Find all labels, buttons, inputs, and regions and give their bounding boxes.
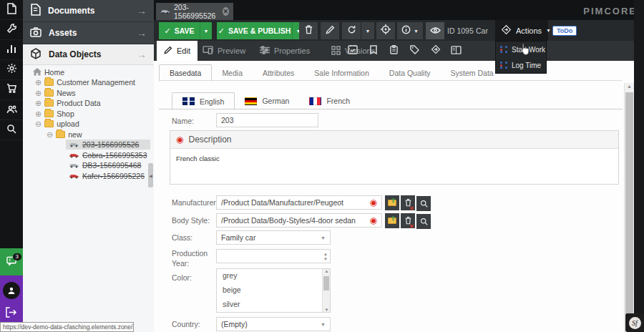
color-option-beige[interactable]: beige [217, 283, 330, 298]
tree-item-cobra[interactable]: Cobra-1566995353 [69, 150, 147, 160]
scroll-up-icon[interactable]: ▲ [625, 84, 634, 89]
tab-dependencies[interactable] [446, 41, 467, 61]
tab-schedule[interactable] [342, 41, 363, 61]
locate-in-tree-button[interactable] [376, 22, 395, 39]
tab-properties[interactable]: Properties [253, 41, 317, 61]
class-value: Family car [221, 233, 255, 242]
spin-up-icon[interactable]: ▲ [323, 252, 328, 256]
scrollbar-thumb[interactable] [625, 92, 633, 328]
settings-rail-button[interactable] [0, 60, 23, 80]
tree-item-customer-management[interactable]: ⊕ Customer Management [35, 77, 135, 87]
tree-item-203[interactable]: 203-1566995526 [69, 140, 139, 150]
menu-item-start-work[interactable]: Start Work [496, 42, 546, 57]
preview-eye-button[interactable] [426, 22, 444, 39]
tab-reports[interactable] [384, 41, 404, 61]
body-style-open-button[interactable]: ⇧ [385, 213, 399, 228]
class-select[interactable]: Family car ▼ [216, 230, 331, 245]
tree-item-new[interactable]: ⊖ new [47, 130, 82, 140]
manufacturer-search-button[interactable] [416, 196, 431, 211]
name-input[interactable] [216, 113, 318, 127]
ecommerce-rail-button[interactable] [0, 80, 23, 100]
menu-item-log-time[interactable]: Log Time [496, 57, 546, 73]
body-style-field[interactable]: /Product Data/Body-Styles/4-door sedan ◉ [216, 213, 382, 228]
collapse-icon[interactable]: ⊖ [47, 131, 53, 139]
tree-label: Product Data [57, 99, 100, 107]
spin-down-icon[interactable]: ▼ [323, 257, 328, 261]
tab-notes[interactable] [363, 41, 384, 61]
description-header[interactable]: ◉ Description [170, 131, 618, 149]
tab-system-data[interactable]: System Data [441, 65, 504, 81]
expand-icon[interactable]: ⊕ [35, 110, 42, 118]
manufacturer-field[interactable]: /Product Data/Manufacturer/Peugeot ◉ [216, 195, 382, 210]
tab-lang-english[interactable]: English [172, 92, 235, 110]
body-style-remove-button[interactable]: ✕ [401, 213, 415, 228]
users-rail-button[interactable] [0, 100, 23, 120]
save-button[interactable]: ✓ SAVE [159, 22, 200, 39]
spinner-arrows[interactable]: ▲▼ [323, 252, 328, 261]
info-button[interactable]: ▼ [397, 22, 423, 39]
workflow-status-badge[interactable]: ToDo [552, 26, 577, 36]
save-dropdown-caret[interactable]: ▼ [200, 22, 212, 39]
tree-item-home[interactable]: Home [33, 67, 64, 77]
open-object-tab[interactable]: 203-1566995526 ✕ [156, 3, 233, 20]
chat-button[interactable]: 3 [0, 248, 23, 275]
reload-dropdown-caret[interactable]: ▼ [361, 22, 374, 39]
sidebar-panel-data-objects[interactable]: Data Objects → [23, 44, 154, 65]
avatar[interactable] [3, 282, 20, 299]
tab-data-quality[interactable]: Data Quality [379, 65, 441, 81]
expand-icon[interactable]: ⊕ [35, 79, 42, 87]
manufacturer-open-button[interactable]: ⇧ [385, 195, 399, 210]
tab-edit[interactable]: Edit [157, 41, 197, 61]
tab-sale-information[interactable]: Sale Information [304, 65, 379, 81]
manufacturer-remove-button[interactable]: ✕ [401, 195, 415, 210]
sidebar-collapse-handle[interactable]: ◀ [148, 163, 153, 187]
tab-lang-french[interactable]: French [299, 92, 360, 109]
tools-rail-button[interactable] [0, 20, 23, 40]
search-rail-button[interactable] [0, 120, 23, 140]
save-publish-button[interactable]: ✓ SAVE & PUBLISH [217, 22, 292, 39]
delete-button[interactable] [299, 22, 318, 39]
country-select[interactable]: (Empty) ▼ [216, 317, 331, 331]
tree-item-db3[interactable]: DB3-1566995468 [69, 160, 141, 170]
body-style-search-button[interactable] [416, 214, 431, 229]
close-icon[interactable]: ✕ [223, 7, 229, 16]
file-icon [6, 3, 16, 17]
scroll-down-icon[interactable]: ▼ [323, 308, 331, 312]
symfony-debug-badge[interactable]: Sf [625, 313, 644, 332]
tab-preview[interactable]: Preview [195, 41, 253, 61]
tab-attributes[interactable]: Attributes [253, 65, 304, 81]
description-text[interactable]: French classic [170, 149, 618, 168]
tab-lang-german[interactable]: German [235, 92, 299, 109]
color-option-silver[interactable]: silver [217, 298, 330, 312]
tree-label: Shop [57, 109, 74, 118]
rename-button[interactable] [321, 22, 339, 39]
expand-icon[interactable]: ⊕ [35, 99, 42, 107]
production-year-spinner[interactable]: ▲▼ [216, 249, 331, 263]
tab-workflow[interactable] [425, 41, 446, 61]
color-scrollbar[interactable]: ▲ ▼ [322, 269, 330, 312]
content-scrollbar[interactable]: ▲ [624, 83, 634, 332]
tab-label: Properties [274, 47, 310, 55]
scrollbar-thumb[interactable] [323, 276, 329, 290]
color-listbox[interactable]: grey beige silver ▲ ▼ [216, 268, 331, 313]
arrow-right-icon: → [137, 49, 147, 60]
documents-rail-button[interactable] [0, 0, 23, 20]
scroll-up-icon[interactable]: ▲ [323, 269, 331, 273]
collapse-icon[interactable]: ⊖ [35, 120, 42, 128]
production-year-label: Production Year: [172, 249, 213, 268]
tree-item-shop[interactable]: ⊕ Shop [35, 109, 74, 119]
tab-tags[interactable] [404, 41, 425, 61]
tree-item-product-data[interactable]: ⊕ Product Data [35, 98, 101, 108]
tree-item-kafer[interactable]: Kafer-1566995226 [69, 171, 145, 181]
reports-rail-button[interactable] [0, 40, 23, 60]
expand-icon[interactable]: ⊕ [35, 89, 42, 97]
tab-basedata[interactable]: Basedata [159, 64, 212, 82]
color-option-grey[interactable]: grey [217, 269, 330, 283]
tab-media[interactable]: Media [212, 65, 253, 81]
reload-button[interactable] [342, 22, 361, 39]
sidebar-panel-documents[interactable]: Documents → [23, 0, 154, 22]
tree-item-news[interactable]: ⊕ News [35, 88, 75, 98]
actions-button[interactable]: Actions ▼ [495, 20, 548, 41]
tree-item-upload[interactable]: ⊖ upload [35, 119, 79, 129]
sidebar-panel-assets[interactable]: Assets → [23, 22, 154, 44]
